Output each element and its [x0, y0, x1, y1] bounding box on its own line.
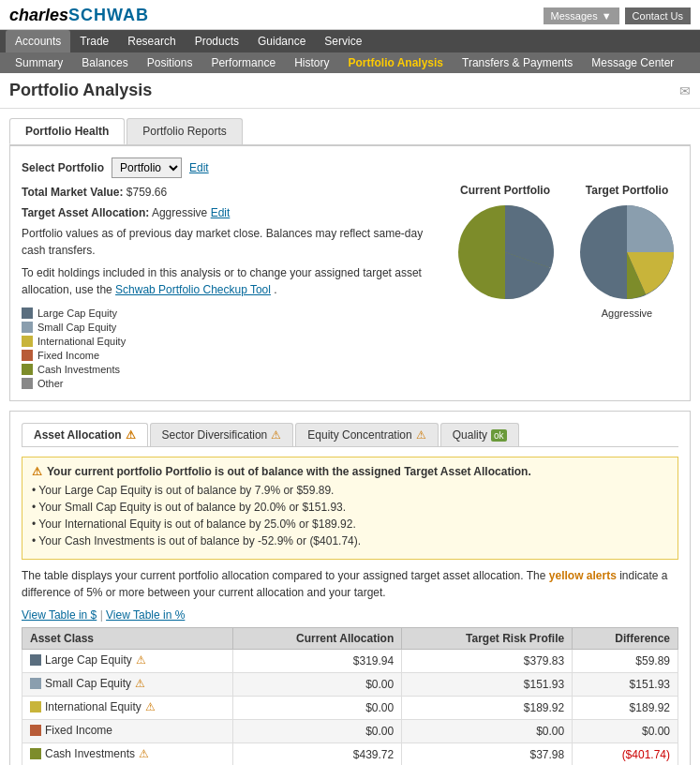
warning-icon-row-4: ⚠ [139, 747, 149, 760]
alert-item-3: Your Cash Investments is out of balance … [32, 534, 668, 548]
asset-cell-2: International Equity ⚠ [22, 697, 233, 720]
edit-target-link[interactable]: Edit [211, 206, 231, 219]
legend: Large Cap Equity Small Cap Equity Intern… [22, 308, 435, 389]
secondary-nav: Summary Balances Positions Performance H… [0, 52, 700, 73]
page-title: Portfolio Analysis [9, 81, 152, 100]
nav-positions[interactable]: Positions [138, 52, 202, 73]
current-1: $0.00 [232, 673, 402, 697]
asset-name-2: International Equity [45, 700, 141, 713]
tab-portfolio-reports[interactable]: Portfolio Reports [127, 118, 242, 144]
subtab-sector-diversification[interactable]: Sector Diversification ⚠ [150, 423, 294, 446]
view-percent-link[interactable]: View Table in % [106, 608, 185, 622]
legend-color-other [22, 378, 33, 389]
alert-title: ⚠ Your current portfolio Portfolio is ou… [32, 465, 668, 478]
target-0: $379.83 [402, 650, 573, 673]
target-portfolio-label: Target Portfolio [586, 184, 668, 197]
edit-portfolio-link[interactable]: Edit [189, 161, 209, 174]
portfolio-dropdown[interactable]: Portfolio [112, 158, 182, 178]
current-3: $0.00 [232, 720, 402, 743]
portfolio-body-text: Portfolio values as of previous day mark… [22, 225, 435, 259]
tabs-container: Portfolio Health Portfolio Reports [9, 118, 691, 145]
allocation-table: Asset Class Current Allocation Target Ri… [22, 627, 678, 765]
legend-color-intl [22, 336, 33, 347]
asset-name-4: Cash Investments [45, 747, 135, 760]
asset-color-2 [30, 701, 41, 712]
total-market-value: Total Market Value: $759.66 [22, 184, 435, 201]
warning-icon-sector: ⚠ [271, 428, 281, 442]
nav-research[interactable]: Research [118, 30, 185, 52]
current-4: $439.72 [232, 743, 402, 766]
header: charlesSCHWAB Messages ▼ Contact Us [0, 0, 700, 30]
schwab-tool-link[interactable]: Schwab Portfolio Checkup Tool [115, 283, 271, 296]
alert-warning-icon: ⚠ [32, 465, 42, 478]
warning-icon-equity: ⚠ [416, 428, 426, 442]
current-portfolio-svg [454, 201, 557, 304]
select-portfolio-label: Select Portfolio [22, 161, 104, 174]
nav-message-center[interactable]: Message Center [582, 52, 683, 73]
subtab-equity-concentration[interactable]: Equity Concentration ⚠ [295, 423, 438, 446]
table-row: International Equity ⚠ $0.00 $189.92 $18… [22, 697, 678, 720]
subtab-quality[interactable]: Quality ok [440, 423, 519, 446]
tabs: Portfolio Health Portfolio Reports [9, 118, 691, 145]
target-4: $37.98 [402, 743, 573, 766]
portfolio-tool-text: To edit holdings included in this analys… [22, 264, 435, 298]
portfolio-header: Select Portfolio Portfolio Edit [22, 158, 678, 178]
current-0: $319.94 [232, 650, 402, 673]
difference-1: $151.93 [573, 673, 678, 697]
ok-badge-quality: ok [491, 429, 507, 442]
current-portfolio-chart: Current Portfolio [454, 184, 557, 304]
alert-box: ⚠ Your current portfolio Portfolio is ou… [22, 457, 678, 560]
contact-label: Contact Us [633, 10, 683, 22]
main-content: Select Portfolio Portfolio Edit Total Ma… [0, 145, 700, 765]
tab-portfolio-health[interactable]: Portfolio Health [9, 118, 125, 144]
portfolio-section: Select Portfolio Portfolio Edit Total Ma… [9, 145, 691, 401]
allocation-section: Asset Allocation ⚠ Sector Diversificatio… [9, 411, 691, 765]
target-3: $0.00 [402, 720, 573, 743]
legend-item: Small Cap Equity [22, 322, 435, 333]
contact-button[interactable]: Contact Us [625, 8, 691, 24]
portfolio-select: Portfolio [112, 158, 182, 178]
difference-3: $0.00 [573, 720, 678, 743]
view-dollar-link[interactable]: View Table in $ [22, 608, 97, 622]
asset-cell-3: Fixed Income [22, 720, 233, 743]
legend-color-cash [22, 364, 33, 375]
nav-trade[interactable]: Trade [70, 30, 118, 52]
nav-balances[interactable]: Balances [72, 52, 137, 73]
messages-button[interactable]: Messages ▼ [544, 8, 619, 24]
nav-service[interactable]: Service [315, 30, 371, 52]
target-portfolio-svg [575, 201, 678, 304]
legend-color-large-cap [22, 308, 33, 319]
sub-tabs: Asset Allocation ⚠ Sector Diversificatio… [22, 423, 678, 447]
nav-performance[interactable]: Performance [201, 52, 285, 73]
legend-item: Fixed Income [22, 350, 435, 361]
nav-transfers[interactable]: Transfers & Payments [453, 52, 582, 73]
asset-name-1: Small Cap Equity [45, 677, 131, 690]
nav-summary[interactable]: Summary [6, 52, 72, 73]
difference-4: ($401.74) [573, 743, 678, 766]
logo-schwab: SCHWAB [68, 6, 149, 24]
nav-portfolio-analysis[interactable]: Portfolio Analysis [338, 52, 453, 73]
alert-item-0: Your Large Cap Equity is out of balance … [32, 484, 668, 497]
nav-guidance[interactable]: Guidance [248, 30, 315, 52]
nav-history[interactable]: History [285, 52, 338, 73]
nav-products[interactable]: Products [186, 30, 248, 52]
table-row: Fixed Income $0.00 $0.00 $0.00 [22, 720, 678, 743]
col-asset-class: Asset Class [22, 628, 233, 650]
nav-accounts[interactable]: Accounts [6, 30, 70, 52]
current-portfolio-label: Current Portfolio [460, 184, 550, 197]
charts-row: Current Portfolio Target Portf [454, 184, 678, 319]
difference-2: $189.92 [573, 697, 678, 720]
view-links: View Table in $ | View Table in % [22, 608, 678, 622]
asset-cell-0: Large Cap Equity ⚠ [22, 650, 233, 673]
legend-label-fixed: Fixed Income [37, 350, 99, 361]
aggressive-label: Aggressive [602, 308, 652, 319]
asset-color-1 [30, 678, 41, 689]
asset-color-3 [30, 725, 41, 736]
warning-icon-row-1: ⚠ [135, 677, 145, 690]
target-1: $151.93 [402, 673, 573, 697]
dropdown-icon[interactable]: ▼ [602, 10, 612, 22]
table-row: Large Cap Equity ⚠ $319.94 $379.83 $59.8… [22, 650, 678, 673]
subtab-asset-allocation[interactable]: Asset Allocation ⚠ [22, 423, 148, 446]
asset-cell-4: Cash Investments ⚠ [22, 743, 233, 766]
warning-icon-row-2: ⚠ [145, 700, 156, 713]
